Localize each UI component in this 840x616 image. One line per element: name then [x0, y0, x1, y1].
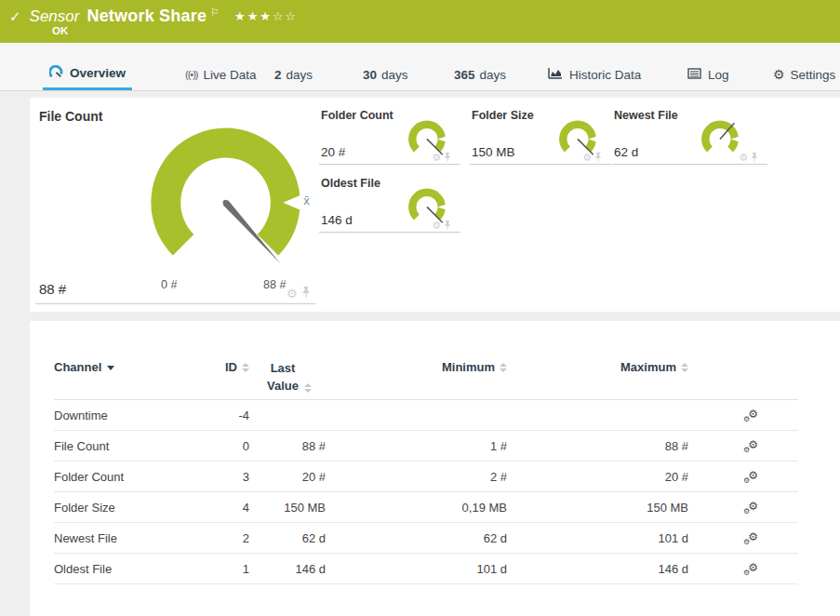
minimum-value: 1 #	[326, 439, 507, 453]
tab-overview[interactable]: Overview	[43, 59, 132, 90]
channel-name: Newest File	[54, 531, 193, 545]
column-header-id[interactable]: ID	[193, 360, 249, 374]
maximum-value: 150 MB	[507, 501, 688, 515]
channel-name: Downtime	[54, 408, 193, 422]
tab-unit: days	[480, 68, 507, 82]
channel-settings-icon[interactable]: ⚙⚙	[743, 562, 760, 576]
pin-icon[interactable]	[301, 285, 311, 301]
gauge-value: 150 MB	[472, 145, 515, 159]
gauge-value: 20 #	[321, 145, 345, 159]
table-row: Downtime -4 ⚙⚙	[54, 400, 798, 431]
gauge-section-oldest-file: Oldest File 146 d ⚙	[319, 175, 460, 233]
tab-historic-data[interactable]: Historic Data	[541, 59, 647, 90]
channel-settings-icon[interactable]: ⚙⚙	[743, 439, 760, 453]
pin-icon[interactable]	[751, 149, 758, 166]
priority-stars[interactable]: ★★★☆☆	[234, 9, 298, 23]
gauge-settings-gear-icon[interactable]: ⚙	[432, 152, 441, 164]
minimum-value: 2 #	[326, 470, 507, 484]
favorite-flag-icon[interactable]: ⚐	[210, 7, 220, 19]
tab-number: 2	[274, 68, 282, 82]
sort-icon	[242, 363, 249, 372]
tab-label: Log	[708, 68, 729, 82]
column-header-channel[interactable]: Channel	[54, 360, 193, 374]
pin-icon[interactable]	[594, 149, 602, 166]
gauge-title: Folder Count	[321, 109, 393, 122]
gauge-title: Newest File	[614, 109, 678, 122]
channel-name: Oldest File	[54, 562, 193, 576]
gauge-title: Folder Size	[472, 109, 534, 122]
sensor-name: Network Share	[87, 7, 207, 26]
gauge-settings-gear-icon[interactable]: ⚙	[432, 220, 441, 232]
minimum-value: 62 d	[326, 531, 507, 545]
gauge-section-folder-size: Folder Size 150 MB ⚙	[470, 107, 611, 165]
tab-unit: days	[287, 68, 313, 82]
sort-icon	[500, 363, 507, 372]
column-header-minimum[interactable]: Minimum	[326, 360, 507, 374]
tab-2-days[interactable]: 2 days	[268, 59, 319, 90]
tab-number: 30	[363, 68, 377, 82]
tab-settings[interactable]: ⚙ Settings	[767, 59, 840, 90]
last-value: 150 MB	[249, 501, 326, 515]
table-row: Newest File 2 62 d 62 d 101 d ⚙⚙	[54, 523, 798, 554]
maximum-value: 101 d	[507, 531, 688, 545]
last-value: 88 #	[249, 439, 326, 453]
tab-365-days[interactable]: 365 days	[447, 59, 513, 90]
gauge-section-folder-count: Folder Count 20 # ⚙	[319, 107, 460, 165]
mean-marker: x̄	[303, 194, 310, 208]
tab-log[interactable]: Log	[681, 59, 736, 90]
historic-chart-icon	[548, 67, 563, 82]
channels-table: Channel ID Last Value Minimum Maximum Do…	[54, 358, 798, 584]
column-header-last-value[interactable]: Last Value	[249, 360, 326, 395]
gear-icon: ⚙	[773, 67, 785, 82]
sensor-status-bar: ✓ Sensor Network Share ⚐ ★★★☆☆ OK	[0, 0, 840, 43]
channel-name: Folder Size	[54, 501, 193, 515]
gauge-section-newest-file: Newest File 62 d ⚙	[612, 107, 767, 165]
channel-id: 0	[193, 439, 249, 453]
table-row: File Count 0 88 # 1 # 88 # ⚙⚙	[54, 431, 798, 462]
object-kind-label: Sensor	[30, 7, 80, 26]
channel-settings-icon[interactable]: ⚙⚙	[743, 531, 760, 545]
gauge-value-file-count: 88 #	[39, 281, 66, 297]
table-header-row: Channel ID Last Value Minimum Maximum	[54, 358, 798, 400]
tab-live-data[interactable]: ((•)) Live Data	[179, 59, 263, 90]
gauge-scale-min: 0 #	[161, 278, 177, 291]
sort-icon	[304, 383, 312, 393]
sort-desc-icon	[107, 366, 114, 370]
last-value: 20 #	[249, 470, 326, 484]
gauge-settings-gear-icon[interactable]: ⚙	[582, 152, 592, 164]
table-row: Folder Size 4 150 MB 0,19 MB 150 MB ⚙⚙	[54, 492, 798, 523]
channel-name: Folder Count	[54, 470, 193, 484]
channel-settings-icon[interactable]: ⚙⚙	[743, 408, 760, 422]
tab-30-days[interactable]: 30 days	[356, 59, 415, 90]
pin-icon[interactable]	[444, 149, 451, 166]
pin-icon[interactable]	[444, 217, 451, 234]
gauge-settings-gear-icon[interactable]: ⚙	[287, 287, 298, 301]
gauge-settings-gear-icon[interactable]: ⚙	[739, 152, 748, 164]
column-header-maximum[interactable]: Maximum	[507, 360, 688, 374]
channel-id: 2	[193, 531, 249, 545]
sort-icon	[681, 363, 688, 372]
last-value: 62 d	[249, 531, 326, 545]
tab-number: 365	[454, 68, 475, 82]
tab-label: Historic Data	[569, 68, 641, 82]
maximum-value: 20 #	[507, 470, 688, 484]
gauge-title: Oldest File	[321, 177, 380, 190]
minimum-value: 0,19 MB	[326, 501, 507, 515]
table-row: Folder Count 3 20 # 2 # 20 # ⚙⚙	[54, 462, 798, 492]
file-count-gauge	[140, 118, 312, 272]
section-divider	[35, 303, 315, 304]
gauge-scale-max: 88 #	[263, 278, 286, 291]
gauges-panel: File Count x̄ 0 # 88 # 88 # ⚙ Folder Cou…	[30, 98, 840, 312]
gauge-icon	[49, 65, 63, 82]
tab-unit: days	[381, 68, 408, 82]
channel-settings-icon[interactable]: ⚙⚙	[743, 501, 760, 515]
sensor-status-text: OK	[52, 25, 68, 36]
channel-settings-icon[interactable]: ⚙⚙	[743, 470, 760, 484]
tab-label: Overview	[70, 66, 126, 80]
tab-label: Settings	[791, 68, 836, 82]
gauge-title-file-count: File Count	[39, 109, 102, 124]
tab-bar: Overview ((•)) Live Data 2 days 30 days …	[0, 43, 840, 91]
minimum-value: 101 d	[326, 562, 507, 576]
channel-name: File Count	[54, 439, 193, 453]
channel-id: 1	[193, 562, 249, 576]
